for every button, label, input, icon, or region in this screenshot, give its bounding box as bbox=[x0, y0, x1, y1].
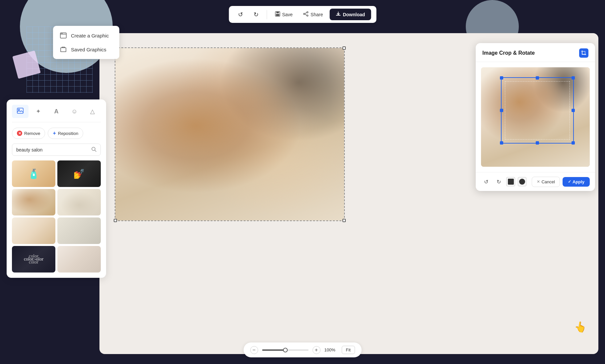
top-toolbar: ↺ ↻ Save Share bbox=[229, 6, 376, 23]
share-label: Share bbox=[311, 12, 323, 17]
crop-panel-header: Image Crop & Rotate bbox=[476, 43, 595, 62]
crop-handle-tr[interactable] bbox=[572, 76, 575, 80]
download-button[interactable]: Download bbox=[330, 9, 371, 20]
search-input[interactable] bbox=[16, 147, 89, 152]
tab-image[interactable] bbox=[12, 105, 29, 118]
save-button[interactable]: Save bbox=[271, 9, 297, 20]
save-icon bbox=[275, 11, 280, 18]
crop-icon bbox=[579, 48, 588, 58]
zoom-level: 100% bbox=[324, 347, 337, 352]
crop-handle-mid-left[interactable] bbox=[500, 109, 503, 112]
left-sidebar: ✦ A ☺ △ ✕ Remove + Reposition bbox=[7, 99, 106, 278]
list-item[interactable]: colorcolor bbox=[12, 246, 55, 273]
square-shape-icon bbox=[508, 179, 514, 185]
zoom-slider-fill bbox=[262, 349, 285, 351]
crop-handle-tl[interactable] bbox=[500, 76, 503, 80]
crop-redo-icon: ↻ bbox=[497, 179, 501, 185]
remove-label: Remove bbox=[24, 131, 40, 136]
zoom-out-button[interactable]: − bbox=[250, 346, 258, 354]
crop-handle-mid-right[interactable] bbox=[572, 109, 575, 112]
create-graphic-icon bbox=[60, 32, 67, 38]
crop-handle-br[interactable] bbox=[572, 141, 575, 145]
handle-bottom-left[interactable] bbox=[114, 219, 117, 222]
crop-handle-bottom-mid[interactable] bbox=[536, 141, 539, 145]
cursor-hand-icon: 👆 bbox=[574, 320, 588, 334]
list-item[interactable]: 🧴 bbox=[12, 160, 55, 187]
undo-icon: ↺ bbox=[238, 11, 243, 18]
zoom-slider-thumb[interactable] bbox=[283, 348, 287, 352]
crop-selection-box[interactable] bbox=[501, 77, 574, 144]
undo-button[interactable]: ↺ bbox=[234, 9, 247, 20]
svg-rect-2 bbox=[276, 14, 279, 16]
crop-undo-icon: ↺ bbox=[484, 179, 488, 185]
crop-toolbar: ↺ ↻ ✕ Cancel ✓ Apply bbox=[476, 172, 595, 191]
list-item[interactable] bbox=[12, 189, 55, 215]
list-item[interactable] bbox=[57, 217, 101, 244]
saved-graphics-icon bbox=[60, 46, 67, 52]
svg-point-5 bbox=[304, 13, 305, 15]
download-icon bbox=[335, 11, 341, 18]
tab-emoji[interactable]: ☺ bbox=[66, 105, 83, 118]
crop-cancel-button[interactable]: ✕ Cancel bbox=[532, 177, 560, 187]
crop-panel: Image Crop & Rotate ↺ bbox=[476, 43, 595, 191]
create-graphic-item[interactable]: Create a Graphic bbox=[53, 29, 119, 42]
save-label: Save bbox=[282, 12, 293, 17]
crop-inner-guide bbox=[505, 81, 570, 140]
remove-button[interactable]: ✕ Remove bbox=[12, 128, 45, 139]
handle-top-right[interactable] bbox=[342, 46, 346, 50]
image-tab-icon bbox=[17, 107, 24, 115]
list-item[interactable] bbox=[57, 189, 101, 215]
zoom-slider[interactable] bbox=[262, 349, 308, 351]
emoji-tab-icon: ☺ bbox=[71, 108, 77, 115]
svg-point-3 bbox=[307, 12, 308, 13]
zoom-minus-icon: − bbox=[253, 347, 256, 353]
cancel-x-icon: ✕ bbox=[537, 179, 540, 184]
crop-handle-top-mid[interactable] bbox=[536, 76, 539, 80]
zoom-bar: − + 100% Fit bbox=[243, 342, 361, 357]
action-buttons: ✕ Remove + Reposition bbox=[12, 128, 101, 139]
main-canvas-image bbox=[115, 48, 344, 220]
list-item[interactable]: 💅 bbox=[57, 160, 101, 187]
crop-apply-button[interactable]: ✓ Apply bbox=[563, 177, 590, 187]
crop-handle-bl[interactable] bbox=[500, 141, 503, 145]
sidebar-tabs: ✦ A ☺ △ bbox=[12, 105, 101, 122]
toolbar-divider-1 bbox=[267, 10, 267, 19]
crop-shape-square-button[interactable] bbox=[506, 177, 515, 186]
reposition-button[interactable]: + Reposition bbox=[48, 128, 83, 139]
search-icon bbox=[91, 147, 96, 153]
crop-cancel-label: Cancel bbox=[541, 179, 555, 184]
zoom-plus-icon: + bbox=[315, 347, 318, 353]
crop-panel-title: Image Crop & Rotate bbox=[482, 50, 535, 56]
share-icon bbox=[303, 11, 309, 18]
remove-icon: ✕ bbox=[17, 131, 22, 136]
tab-text[interactable]: A bbox=[48, 105, 65, 118]
svg-point-9 bbox=[61, 33, 62, 34]
zoom-in-button[interactable]: + bbox=[312, 346, 320, 354]
svg-rect-11 bbox=[17, 108, 23, 113]
text-tab-icon: A bbox=[54, 108, 59, 115]
handle-bottom-right[interactable] bbox=[342, 219, 346, 222]
list-item[interactable] bbox=[12, 217, 55, 244]
saved-graphics-label: Saved Graphics bbox=[71, 47, 106, 52]
image-grid: 🧴 💅 colorcolor bbox=[12, 160, 101, 273]
search-bar[interactable] bbox=[12, 144, 101, 156]
svg-line-7 bbox=[305, 14, 307, 15]
crop-apply-label: Apply bbox=[573, 179, 584, 184]
fit-label: Fit bbox=[346, 347, 350, 352]
svg-point-10 bbox=[62, 33, 63, 34]
crop-redo-button[interactable]: ↻ bbox=[494, 176, 504, 187]
crop-preview[interactable] bbox=[481, 67, 590, 167]
tab-magic[interactable]: ✦ bbox=[30, 105, 46, 118]
tab-shape[interactable]: △ bbox=[84, 105, 101, 118]
share-button[interactable]: Share bbox=[299, 9, 327, 20]
fit-button[interactable]: Fit bbox=[341, 346, 355, 354]
svg-line-6 bbox=[305, 13, 307, 14]
redo-button[interactable]: ↻ bbox=[250, 9, 263, 20]
crop-undo-button[interactable]: ↺ bbox=[481, 176, 491, 187]
list-item[interactable] bbox=[57, 246, 101, 273]
circle-shape-icon bbox=[519, 179, 525, 185]
saved-graphics-item[interactable]: Saved Graphics bbox=[53, 42, 119, 56]
svg-rect-1 bbox=[276, 12, 279, 13]
crop-shape-circle-button[interactable] bbox=[518, 177, 527, 186]
dropdown-menu: Create a Graphic Saved Graphics bbox=[53, 26, 119, 59]
